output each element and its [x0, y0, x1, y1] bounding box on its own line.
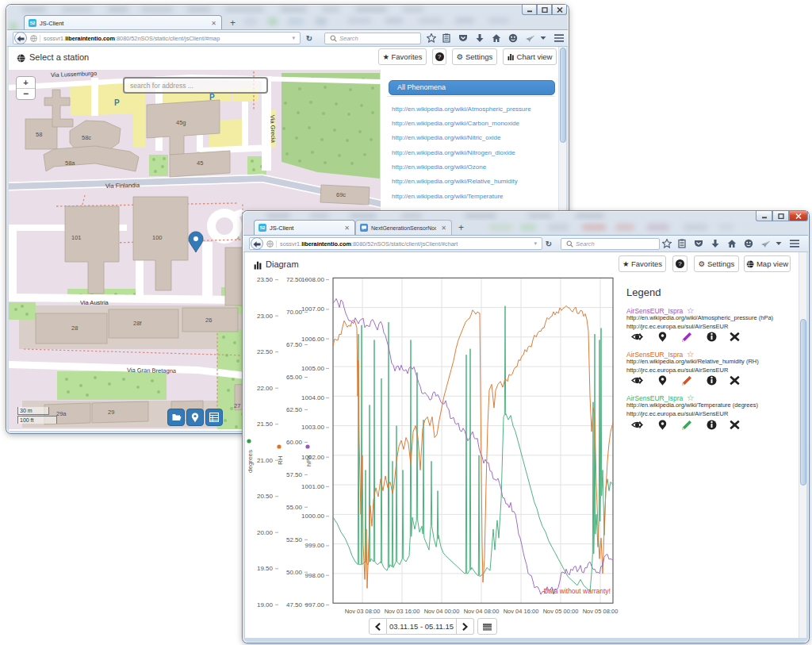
svg-text:Nov 04 16:00: Nov 04 16:00: [504, 608, 539, 615]
svg-text:1005.00: 1005.00: [301, 365, 324, 372]
svg-text:1008.00: 1008.00: [301, 276, 324, 283]
svg-text:Nov 04 00:00: Nov 04 00:00: [424, 608, 460, 615]
svg-text:degrees: degrees: [247, 450, 254, 473]
svg-text:Nov 05 08:00: Nov 05 08:00: [583, 608, 619, 615]
svg-text:21.50: 21.50: [257, 420, 274, 428]
svg-text:hPa: hPa: [305, 455, 312, 466]
svg-text:Via Austria: Via Austria: [80, 299, 109, 306]
svg-text:69c: 69c: [336, 191, 346, 198]
svg-text:72.50: 72.50: [286, 276, 303, 283]
svg-text:28f: 28f: [133, 320, 142, 327]
svg-text:57.50: 57.50: [286, 471, 303, 478]
svg-text:45: 45: [197, 159, 203, 167]
svg-text:60.00: 60.00: [286, 439, 303, 446]
svg-text:P: P: [209, 93, 215, 102]
svg-text:65.00: 65.00: [286, 374, 303, 381]
svg-text:Nov 03 16:00: Nov 03 16:00: [385, 608, 420, 615]
svg-text:28: 28: [71, 324, 78, 332]
svg-text:1001.00: 1001.00: [301, 483, 324, 490]
svg-text:27: 27: [234, 402, 240, 409]
svg-text:55.00: 55.00: [286, 504, 303, 511]
svg-text:22.50: 22.50: [257, 348, 274, 355]
svg-text:1006.00: 1006.00: [301, 336, 324, 343]
svg-text:Data without warranty!: Data without warranty!: [543, 587, 611, 595]
svg-text:20.50: 20.50: [257, 493, 274, 500]
svg-text:19.00: 19.00: [257, 601, 274, 609]
svg-text:Nov 04 08:00: Nov 04 08:00: [464, 608, 500, 615]
svg-text:29a: 29a: [56, 410, 67, 417]
svg-text:22.00: 22.00: [257, 385, 274, 392]
svg-text:47.50: 47.50: [286, 601, 303, 609]
svg-text:70.00: 70.00: [286, 309, 303, 316]
svg-text:58: 58: [36, 131, 42, 138]
svg-text:Nov 03 08:00: Nov 03 08:00: [345, 608, 381, 615]
svg-text:45g: 45g: [176, 119, 186, 126]
svg-text:P: P: [114, 98, 120, 107]
svg-text:67.50: 67.50: [286, 341, 303, 348]
svg-text:19.50: 19.50: [257, 565, 274, 572]
svg-text:1007.00: 1007.00: [301, 305, 324, 313]
svg-text:26: 26: [205, 317, 212, 324]
svg-text:100: 100: [152, 234, 163, 241]
svg-text:998.00: 998.00: [305, 572, 325, 579]
svg-text:58a: 58a: [65, 159, 75, 167]
svg-text:101: 101: [71, 234, 82, 241]
svg-text:1004.00: 1004.00: [301, 394, 324, 401]
svg-text:Nov 05 00:00: Nov 05 00:00: [543, 608, 579, 615]
svg-text:1003.00: 1003.00: [301, 424, 324, 431]
svg-text:62.50: 62.50: [286, 406, 303, 413]
svg-text:20.00: 20.00: [257, 529, 274, 536]
svg-text:50.00: 50.00: [286, 569, 303, 576]
svg-text:52.50: 52.50: [286, 536, 303, 543]
svg-text:Via Gran Bretagna: Via Gran Bretagna: [127, 367, 177, 374]
svg-text:1000.00: 1000.00: [301, 513, 324, 520]
svg-text:997.00: 997.00: [305, 601, 325, 609]
svg-text:23.50: 23.50: [257, 276, 274, 283]
svg-text:23.00: 23.00: [257, 313, 274, 320]
svg-text:21.00: 21.00: [257, 457, 274, 464]
svg-text:58c: 58c: [82, 134, 91, 141]
svg-text:Via Finlandia: Via Finlandia: [105, 182, 140, 190]
svg-text:999.00: 999.00: [305, 542, 325, 549]
svg-text:Via Grecia: Via Grecia: [269, 115, 277, 144]
svg-text:RH: RH: [277, 455, 284, 465]
svg-text:29: 29: [108, 409, 114, 416]
